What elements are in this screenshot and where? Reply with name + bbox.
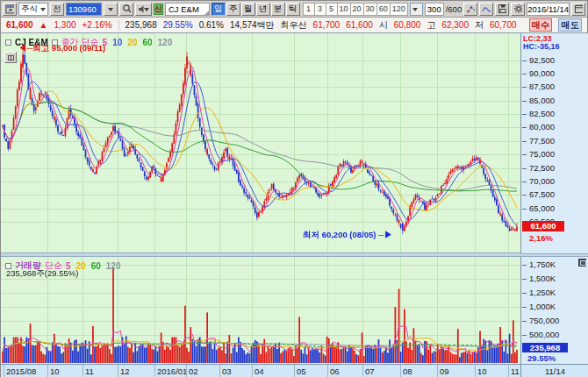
x-axis-tick — [47, 365, 48, 377]
main-toolbar: 주식 전 130960 신 CJ E&M 일주월년분틱 135102030601… — [1, 1, 587, 18]
divider — [118, 20, 119, 31]
x-axis-tick — [508, 365, 509, 377]
price-tick-label: 92,500 — [522, 56, 585, 65]
sell-button[interactable]: 매도 — [558, 18, 582, 32]
search-button[interactable] — [119, 3, 133, 16]
x-axis-label: 10 — [50, 366, 60, 376]
stock-chart-window: 주식 전 130960 신 CJ E&M 일주월년분틱 135102030601… — [0, 0, 588, 377]
buy-button[interactable]: 매수 — [529, 18, 553, 32]
x-axis-tick — [82, 365, 83, 377]
x-axis-label: 12 — [120, 366, 130, 376]
current-price-pct: 2,16% — [529, 233, 553, 243]
current-volume-ratio: 29.55% — [527, 353, 556, 363]
strength-value: 0.61% — [199, 20, 224, 30]
ma-legend-20: 20 — [127, 38, 137, 47]
interval-button-20[interactable]: 20 — [350, 3, 364, 16]
sound-button[interactable] — [135, 3, 152, 16]
price-tick-label: 87,500 — [522, 82, 585, 91]
x-axis-label: 2016/01 — [157, 366, 187, 376]
best-bid: 61,600 — [346, 20, 373, 30]
interval-button-10[interactable]: 10 — [337, 3, 351, 16]
interval-button-60[interactable]: 60 — [376, 3, 391, 16]
open-label: 시 — [379, 19, 388, 32]
high-label: 고 — [427, 19, 435, 32]
price-tick-label: 77,500 — [522, 137, 585, 146]
x-axis-tick — [186, 365, 187, 377]
current-price: 61,600 — [6, 20, 33, 30]
low-value: 60,700 — [490, 20, 517, 30]
asset-type-label: 주식 — [21, 4, 38, 15]
calendar-button[interactable] — [571, 3, 585, 16]
stock-name-label: CJ E&M — [169, 4, 199, 14]
period-button-틱[interactable]: 틱 — [286, 3, 300, 16]
x-axis-label: 10 — [477, 366, 487, 376]
stock-name-field[interactable]: CJ E&M — [165, 3, 210, 16]
interval-button-3[interactable]: 3 — [314, 3, 326, 16]
prev-stock-button[interactable]: 전 — [50, 3, 64, 16]
chart-section: CJ E&M 종가 단순 5102060120 ◀─최고 95,000 (09/… — [1, 33, 588, 377]
search-icon — [122, 4, 131, 14]
current-volume-box: 235,968 — [522, 343, 568, 352]
volume-tick-label: 500,000 — [522, 331, 585, 339]
chart-plot-area[interactable] — [1, 33, 520, 364]
speaker-icon — [138, 4, 144, 14]
x-axis-tick — [252, 365, 253, 377]
x-axis-label: 04 — [255, 366, 264, 376]
settings-button[interactable] — [511, 3, 525, 16]
volume-axis: 235,968 29.55% 1,750K1,500K1,250K1,000K7… — [520, 257, 588, 364]
chevron-down-icon — [412, 8, 418, 14]
line-chart-button[interactable] — [479, 3, 493, 16]
interval-button-5[interactable]: 5 — [326, 3, 338, 16]
ma-legend-10: 10 — [112, 38, 122, 47]
period-button-년[interactable]: 년 — [256, 3, 270, 16]
price-tick-label: 80,000 — [522, 123, 585, 132]
interval-dropdown[interactable] — [410, 3, 423, 16]
interval-buttons: 13510203060120 — [304, 3, 408, 16]
stock-code-input[interactable]: 130960 — [66, 3, 102, 16]
code-dropdown-button[interactable] — [104, 3, 118, 16]
bar-total-label: /600 — [446, 4, 463, 14]
x-axis-tick — [154, 365, 155, 377]
period-buttons: 일주월년분틱 — [212, 3, 300, 16]
x-axis-label: 03 — [222, 366, 232, 376]
date-field[interactable]: 2016/11/14 — [527, 3, 570, 16]
grid-icon — [8, 55, 14, 60]
checkbox-icon[interactable] — [5, 39, 11, 46]
volume-tick-label: 1,250K — [522, 288, 585, 297]
volume-tick-label: 1,500K — [522, 274, 585, 283]
period-button-분[interactable]: 분 — [271, 3, 285, 16]
open-value: 60,800 — [394, 20, 421, 30]
chart-tool-button[interactable] — [4, 52, 17, 63]
x-axis-tick — [4, 365, 4, 377]
x-axis-tick — [219, 365, 220, 377]
price-change-pct: +2.16% — [82, 20, 112, 30]
scatter-chart-icon — [466, 4, 475, 14]
asset-type-combo[interactable]: 주식 — [18, 3, 48, 16]
period-button-주[interactable]: 주 — [226, 3, 240, 16]
window-layout-button[interactable] — [3, 3, 17, 16]
save-button[interactable] — [495, 3, 509, 16]
interval-button-120[interactable]: 120 — [390, 3, 408, 16]
volume-value: 235,968 — [125, 20, 157, 30]
interval-button-1[interactable]: 1 — [303, 3, 315, 16]
stock-code-value: 130960 — [68, 4, 97, 14]
x-axis-label: 09 — [440, 366, 449, 376]
period-button-월[interactable]: 월 — [241, 3, 255, 16]
price-tick-label: 70,000 — [522, 177, 585, 186]
x-axis-tick — [437, 365, 438, 377]
volume-info-label: 235,968주(29.55%) — [6, 268, 78, 280]
volume-tick-label: 1,750K — [522, 260, 585, 269]
up-arrow-icon: ▲ — [39, 20, 48, 30]
x-axis-label: 06 — [330, 366, 340, 376]
bar-count-input[interactable]: 300 — [425, 3, 444, 16]
x-axis-tick — [400, 365, 401, 377]
x-axis-tick — [362, 365, 363, 377]
compare-chart-button[interactable] — [463, 3, 477, 16]
interval-button-30[interactable]: 30 — [363, 3, 377, 16]
window-layout-icon — [5, 4, 14, 14]
price-tick-label: 85,000 — [522, 96, 585, 105]
period-button-일[interactable]: 일 — [212, 3, 226, 16]
x-axis-tick — [294, 365, 295, 377]
chevron-down-icon — [108, 8, 113, 14]
chevron-down-icon — [144, 8, 149, 14]
